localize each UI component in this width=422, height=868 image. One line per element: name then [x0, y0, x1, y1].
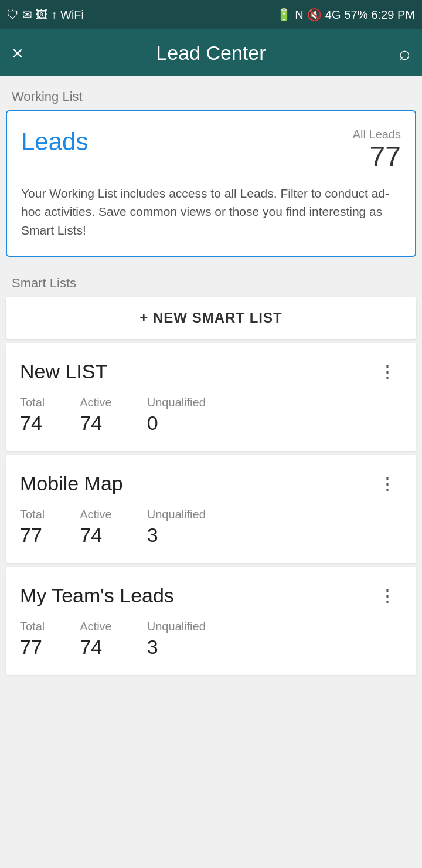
all-leads-count: 77: [370, 141, 401, 172]
app-bar: × Lead Center ⌕: [0, 29, 422, 76]
stat-active-0: Active 74: [80, 396, 111, 435]
stat-active-label-2: Active: [80, 620, 111, 633]
app-title: Lead Center: [156, 42, 266, 65]
battery-charging-icon: 🔋: [277, 8, 291, 22]
stat-total-label-2: Total: [20, 620, 45, 633]
stat-total-label-1: Total: [20, 508, 45, 521]
upload-icon: ↑: [51, 8, 57, 22]
content-area: Working List Leads All Leads 77 Your Wor…: [0, 76, 422, 675]
close-button[interactable]: ×: [12, 42, 23, 65]
smart-list-card-0[interactable]: New LIST ⋮ Total 74 Active 74 Unqualifie…: [6, 343, 416, 451]
stat-total-value-2: 77: [20, 636, 45, 659]
more-options-icon-2[interactable]: ⋮: [374, 583, 402, 608]
stat-total-0: Total 74: [20, 396, 45, 435]
stat-active-value-2: 74: [80, 636, 111, 659]
mute-icon: 🔇: [307, 8, 322, 22]
stat-total-1: Total 77: [20, 508, 45, 547]
stat-active-value-1: 74: [80, 524, 111, 547]
smart-list-card-header-0: New LIST ⋮: [20, 359, 402, 384]
stat-unqualified-label-0: Unqualified: [147, 396, 206, 409]
stat-active-1: Active 74: [80, 508, 111, 547]
new-smart-list-button[interactable]: + NEW SMART LIST: [6, 297, 416, 339]
n-icon: N: [295, 8, 303, 22]
stat-unqualified-value-0: 0: [147, 412, 206, 435]
stat-active-value-0: 74: [80, 412, 111, 435]
status-bar: 🛡 ✉ 🖼 ↑ WiFi 🔋 N 🔇 4G 57% 6:29 PM: [0, 0, 422, 29]
smart-lists-section: Smart Lists + NEW SMART LIST New LIST ⋮ …: [0, 263, 422, 675]
smart-list-name-1: Mobile Map: [20, 472, 123, 495]
smart-list-stats-0: Total 74 Active 74 Unqualified 0: [20, 396, 402, 435]
stat-active-label-0: Active: [80, 396, 111, 409]
stat-unqualified-2: Unqualified 3: [147, 620, 206, 659]
smart-list-card-2[interactable]: My Team's Leads ⋮ Total 77 Active 74 Unq…: [6, 567, 416, 675]
signal-bars-icon: 4G: [325, 8, 341, 22]
smart-lists-section-label: Smart Lists: [0, 263, 422, 297]
more-options-icon-0[interactable]: ⋮: [374, 359, 402, 384]
shield-icon: 🛡: [7, 8, 19, 22]
status-bar-left: 🛡 ✉ 🖼 ↑ WiFi: [7, 8, 84, 22]
working-list-section-label: Working List: [0, 76, 422, 110]
stat-total-2: Total 77: [20, 620, 45, 659]
all-leads-label: All Leads: [353, 128, 401, 141]
image-icon: 🖼: [36, 8, 47, 22]
stat-total-label-0: Total: [20, 396, 45, 409]
wifi-icon: WiFi: [60, 8, 84, 22]
smart-list-stats-1: Total 77 Active 74 Unqualified 3: [20, 508, 402, 547]
working-list-description: Your Working List includes access to all…: [21, 184, 401, 240]
stat-total-value-1: 77: [20, 524, 45, 547]
smart-list-stats-2: Total 77 Active 74 Unqualified 3: [20, 620, 402, 659]
smart-list-card-header-2: My Team's Leads ⋮: [20, 583, 402, 608]
more-options-icon-1[interactable]: ⋮: [374, 471, 402, 496]
working-list-card-header: Leads All Leads 77: [21, 128, 401, 172]
all-leads-block: All Leads 77: [353, 128, 401, 172]
stat-total-value-0: 74: [20, 412, 45, 435]
smart-list-name-0: New LIST: [20, 360, 107, 383]
stat-unqualified-value-2: 3: [147, 636, 206, 659]
status-bar-right: 🔋 N 🔇 4G 57% 6:29 PM: [277, 8, 415, 22]
stat-active-2: Active 74: [80, 620, 111, 659]
stat-unqualified-label-2: Unqualified: [147, 620, 206, 633]
smart-list-card-header-1: Mobile Map ⋮: [20, 471, 402, 496]
stat-unqualified-0: Unqualified 0: [147, 396, 206, 435]
stat-active-label-1: Active: [80, 508, 111, 521]
mail-icon: ✉: [22, 8, 32, 22]
stat-unqualified-1: Unqualified 3: [147, 508, 206, 547]
stat-unqualified-value-1: 3: [147, 524, 206, 547]
leads-title: Leads: [21, 128, 88, 156]
stat-unqualified-label-1: Unqualified: [147, 508, 206, 521]
time-display: 6:29 PM: [372, 8, 415, 22]
smart-list-name-2: My Team's Leads: [20, 584, 174, 607]
battery-percent: 57%: [344, 8, 367, 22]
search-button[interactable]: ⌕: [399, 42, 410, 65]
working-list-card[interactable]: Leads All Leads 77 Your Working List inc…: [6, 110, 416, 257]
smart-list-card-1[interactable]: Mobile Map ⋮ Total 77 Active 74 Unqualif…: [6, 455, 416, 563]
